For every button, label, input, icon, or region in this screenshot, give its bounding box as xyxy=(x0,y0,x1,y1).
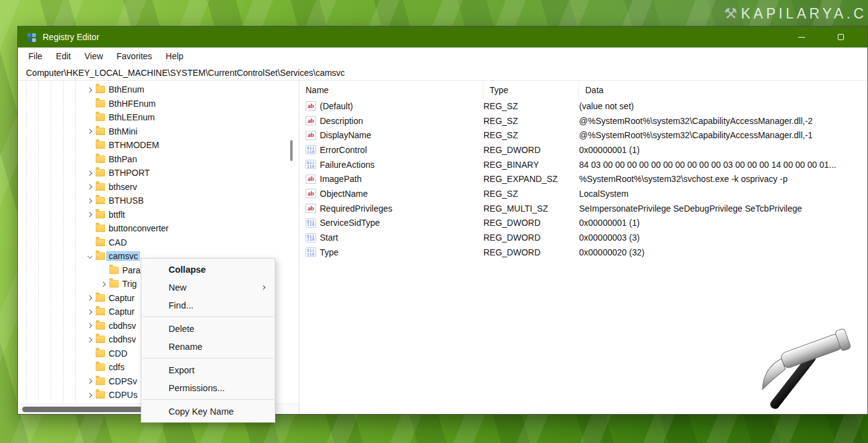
chevron-right-icon[interactable] xyxy=(85,181,95,192)
menu-file[interactable]: File xyxy=(22,48,49,65)
value-type: REG_SZ xyxy=(483,130,579,140)
registry-editor-app-icon xyxy=(27,32,36,42)
dword-value-icon xyxy=(306,233,316,242)
chevron-right-icon[interactable] xyxy=(85,376,95,386)
folder-icon xyxy=(96,391,105,399)
chevron-right-icon[interactable] xyxy=(85,320,95,331)
value-row[interactable]: DescriptionREG_SZ@%SystemRoot%\system32\… xyxy=(299,114,867,128)
minimize-button[interactable] xyxy=(787,27,816,48)
chevron-right-icon[interactable] xyxy=(85,390,95,400)
value-row[interactable]: (Default)REG_SZ(value not set) xyxy=(299,99,867,114)
chevron-placeholder xyxy=(85,140,95,151)
maximize-button[interactable] xyxy=(827,27,855,48)
address-bar[interactable]: Computer\HKEY_LOCAL_MACHINE\SYSTEM\Curre… xyxy=(18,65,867,81)
tree-item[interactable]: BthPan xyxy=(18,152,299,167)
string-value-icon xyxy=(306,175,316,184)
watermark-brand-text: KAPILARYA.C xyxy=(741,6,867,22)
tree-item[interactable]: buttonconverter xyxy=(18,222,299,236)
tree-item[interactable]: BthMini xyxy=(18,125,299,139)
value-data: %SystemRoot%\system32\svchost.exe -k osp… xyxy=(579,174,867,184)
tree-item[interactable]: BTHUSB xyxy=(18,194,299,208)
tree-item[interactable]: BthLEEnum xyxy=(18,110,299,125)
folder-icon xyxy=(96,378,105,385)
folder-icon xyxy=(96,197,105,204)
value-type: REG_BINARY xyxy=(483,160,579,170)
chevron-right-icon[interactable] xyxy=(85,209,95,220)
tree-item-label: CDD xyxy=(109,349,127,358)
chevron-right-icon[interactable] xyxy=(85,168,95,178)
tree-item[interactable]: BthEnum xyxy=(18,83,299,97)
value-data: @%SystemRoot%\system32\CapabilityAccessM… xyxy=(579,116,867,126)
value-row[interactable]: RequiredPrivilegesREG_MULTI_SZSeImperson… xyxy=(299,201,867,216)
watermark-brand: ⚒ KAPILARYA.C xyxy=(724,5,867,22)
chevron-right-icon[interactable] xyxy=(85,196,95,206)
maximize-icon xyxy=(838,34,844,40)
tree-vertical-scrollbar[interactable] xyxy=(290,140,293,161)
chevron-right-icon[interactable] xyxy=(98,279,109,289)
string-value-icon xyxy=(306,101,316,110)
chevron-right-icon[interactable] xyxy=(85,292,95,303)
folder-icon xyxy=(109,267,119,274)
tree-item[interactable]: BTHPORT xyxy=(18,166,299,180)
menu-separator xyxy=(143,399,273,400)
value-row[interactable]: ServiceSidTypeREG_DWORD0x00000001 (1) xyxy=(299,216,867,231)
menu-favorites[interactable]: Favorites xyxy=(110,48,159,65)
folder-icon xyxy=(96,100,105,107)
menu-help[interactable]: Help xyxy=(159,48,190,65)
chevron-placeholder xyxy=(85,98,95,109)
chevron-right-icon[interactable] xyxy=(85,307,95,317)
value-type: REG_SZ xyxy=(483,101,579,111)
value-row[interactable]: DisplayNameREG_SZ@%SystemRoot%\system32\… xyxy=(299,128,867,143)
menu-view[interactable]: View xyxy=(78,48,110,65)
folder-icon xyxy=(96,114,105,121)
context-menu-delete[interactable]: Delete xyxy=(141,320,275,337)
chevron-right-icon[interactable] xyxy=(85,85,95,95)
chevron-right-icon[interactable] xyxy=(85,334,95,345)
value-row[interactable]: ImagePathREG_EXPAND_SZ%SystemRoot%\syste… xyxy=(299,172,867,186)
hammer-watermark-image xyxy=(753,326,864,418)
value-name: ImagePath xyxy=(320,174,362,184)
tree-item-label: Captur xyxy=(109,307,135,317)
string-value-icon xyxy=(306,131,316,140)
tree-item[interactable]: bttflt xyxy=(18,208,299,222)
value-row[interactable]: ObjectNameREG_SZLocalSystem xyxy=(299,186,867,201)
column-header-name[interactable]: Name xyxy=(299,81,483,99)
tree-item[interactable]: BTHMODEM xyxy=(18,138,299,152)
value-name: ErrorControl xyxy=(320,145,367,155)
chevron-placeholder xyxy=(85,362,95,373)
value-row[interactable]: StartREG_DWORD0x00000003 (3) xyxy=(299,230,867,245)
context-menu-collapse[interactable]: Collapse xyxy=(141,260,275,278)
window-title: Registry Editor xyxy=(43,32,99,42)
value-data: (value not set) xyxy=(579,101,867,111)
tree-item-label: Trig xyxy=(122,279,137,289)
title-bar[interactable]: Registry Editor xyxy=(18,27,867,48)
context-menu-permissions[interactable]: Permissions... xyxy=(141,379,275,397)
value-row[interactable]: TypeREG_DWORD0x00000020 (32) xyxy=(299,245,867,260)
value-type: REG_DWORD xyxy=(483,233,579,242)
tree-item[interactable]: CAD xyxy=(18,236,299,250)
folder-icon xyxy=(96,86,105,93)
value-row[interactable]: FailureActionsREG_BINARY84 03 00 00 00 0… xyxy=(299,157,867,172)
tree-item-label: bttflt xyxy=(109,210,125,220)
context-menu-new-label: New xyxy=(169,283,186,292)
value-data: 0x00000001 (1) xyxy=(579,145,867,155)
chevron-placeholder xyxy=(98,265,109,275)
dword-value-icon xyxy=(306,145,316,154)
tree-item-label: cdfs xyxy=(109,362,125,372)
folder-icon xyxy=(96,169,105,176)
chevron-down-icon[interactable] xyxy=(85,251,95,262)
tree-item-label: buttonconverter xyxy=(109,223,169,233)
context-menu-new[interactable]: New xyxy=(141,278,275,296)
value-row[interactable]: ErrorControlREG_DWORD0x00000001 (1) xyxy=(299,143,867,157)
tree-item[interactable]: BthHFEnum xyxy=(18,97,299,111)
context-menu-copy-key-name[interactable]: Copy Key Name xyxy=(141,402,275,420)
context-menu: Collapse New Find... Delete Rename Expor… xyxy=(141,258,275,423)
column-header-data[interactable]: Data xyxy=(579,81,867,99)
column-header-type[interactable]: Type xyxy=(483,81,579,99)
context-menu-rename[interactable]: Rename xyxy=(141,337,275,355)
chevron-right-icon[interactable] xyxy=(85,126,95,136)
tree-item[interactable]: bthserv xyxy=(18,180,299,194)
context-menu-export[interactable]: Export xyxy=(141,361,275,379)
menu-edit[interactable]: Edit xyxy=(49,48,78,65)
context-menu-find[interactable]: Find... xyxy=(141,296,275,314)
